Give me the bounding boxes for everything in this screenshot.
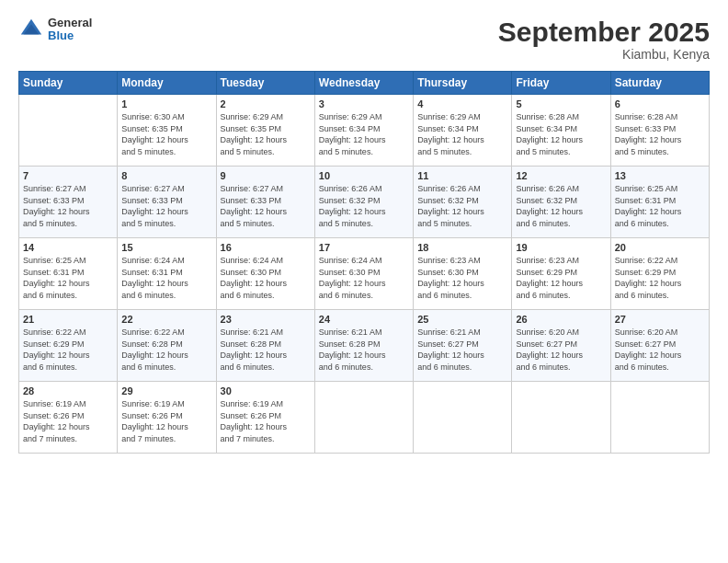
calendar-cell: 28Sunrise: 6:19 AM Sunset: 6:26 PM Dayli… <box>19 382 118 454</box>
day-info: Sunrise: 6:27 AM Sunset: 6:33 PM Dayligh… <box>121 183 211 229</box>
month-title: September 2025 <box>498 17 710 47</box>
day-number: 8 <box>121 170 211 181</box>
day-number: 11 <box>417 170 507 181</box>
week-row-5: 28Sunrise: 6:19 AM Sunset: 6:26 PM Dayli… <box>19 382 710 454</box>
calendar-cell: 12Sunrise: 6:26 AM Sunset: 6:32 PM Dayli… <box>512 167 610 238</box>
day-info: Sunrise: 6:23 AM Sunset: 6:30 PM Dayligh… <box>417 255 507 301</box>
day-info: Sunrise: 6:25 AM Sunset: 6:31 PM Dayligh… <box>23 255 113 301</box>
day-number: 3 <box>319 98 409 109</box>
calendar-cell: 5Sunrise: 6:28 AM Sunset: 6:34 PM Daylig… <box>512 95 610 167</box>
day-info: Sunrise: 6:24 AM Sunset: 6:30 PM Dayligh… <box>319 255 409 301</box>
day-info: Sunrise: 6:27 AM Sunset: 6:33 PM Dayligh… <box>221 183 311 229</box>
week-row-4: 21Sunrise: 6:22 AM Sunset: 6:29 PM Dayli… <box>19 310 710 382</box>
day-number: 12 <box>516 170 606 181</box>
day-number: 24 <box>319 314 409 325</box>
calendar-cell <box>19 95 118 167</box>
calendar-cell: 21Sunrise: 6:22 AM Sunset: 6:29 PM Dayli… <box>19 310 118 382</box>
day-info: Sunrise: 6:20 AM Sunset: 6:27 PM Dayligh… <box>615 327 705 373</box>
day-info: Sunrise: 6:26 AM Sunset: 6:32 PM Dayligh… <box>417 183 507 229</box>
day-info: Sunrise: 6:19 AM Sunset: 6:26 PM Dayligh… <box>23 398 113 444</box>
calendar-cell: 15Sunrise: 6:24 AM Sunset: 6:31 PM Dayli… <box>118 238 216 310</box>
header-row: SundayMondayTuesdayWednesdayThursdayFrid… <box>19 72 710 95</box>
day-number: 1 <box>121 98 211 109</box>
day-number: 26 <box>516 314 606 325</box>
day-number: 18 <box>417 242 507 253</box>
day-number: 30 <box>221 385 311 396</box>
calendar-cell: 27Sunrise: 6:20 AM Sunset: 6:27 PM Dayli… <box>610 310 709 382</box>
calendar-cell: 13Sunrise: 6:25 AM Sunset: 6:31 PM Dayli… <box>610 167 709 238</box>
day-number: 22 <box>121 314 211 325</box>
calendar-header: SundayMondayTuesdayWednesdayThursdayFrid… <box>19 72 710 95</box>
day-info: Sunrise: 6:26 AM Sunset: 6:32 PM Dayligh… <box>516 183 606 229</box>
day-info: Sunrise: 6:28 AM Sunset: 6:33 PM Dayligh… <box>615 111 705 157</box>
calendar-cell: 22Sunrise: 6:22 AM Sunset: 6:28 PM Dayli… <box>118 310 216 382</box>
calendar-cell <box>414 382 512 454</box>
day-info: Sunrise: 6:29 AM Sunset: 6:35 PM Dayligh… <box>221 111 311 157</box>
day-info: Sunrise: 6:30 AM Sunset: 6:35 PM Dayligh… <box>121 111 211 157</box>
day-info: Sunrise: 6:26 AM Sunset: 6:32 PM Dayligh… <box>319 183 409 229</box>
header-day-tuesday: Tuesday <box>216 72 314 95</box>
day-number: 21 <box>23 314 113 325</box>
day-info: Sunrise: 6:24 AM Sunset: 6:30 PM Dayligh… <box>221 255 311 301</box>
day-info: Sunrise: 6:19 AM Sunset: 6:26 PM Dayligh… <box>121 398 211 444</box>
day-info: Sunrise: 6:20 AM Sunset: 6:27 PM Dayligh… <box>516 327 606 373</box>
logo-general-text: General <box>48 17 92 29</box>
day-info: Sunrise: 6:24 AM Sunset: 6:31 PM Dayligh… <box>121 255 211 301</box>
header-day-monday: Monday <box>118 72 216 95</box>
day-info: Sunrise: 6:27 AM Sunset: 6:33 PM Dayligh… <box>23 183 113 229</box>
title-block: September 2025 Kiambu, Kenya <box>498 17 710 62</box>
calendar-cell: 16Sunrise: 6:24 AM Sunset: 6:30 PM Dayli… <box>216 238 314 310</box>
day-number: 4 <box>417 98 507 109</box>
day-number: 9 <box>221 170 311 181</box>
calendar-cell: 3Sunrise: 6:29 AM Sunset: 6:34 PM Daylig… <box>314 95 413 167</box>
calendar-cell: 9Sunrise: 6:27 AM Sunset: 6:33 PM Daylig… <box>216 167 314 238</box>
day-number: 29 <box>121 385 211 396</box>
day-info: Sunrise: 6:19 AM Sunset: 6:26 PM Dayligh… <box>221 398 311 444</box>
header-day-friday: Friday <box>512 72 610 95</box>
day-number: 6 <box>615 98 705 109</box>
day-number: 14 <box>23 242 113 253</box>
calendar-cell: 11Sunrise: 6:26 AM Sunset: 6:32 PM Dayli… <box>414 167 512 238</box>
day-info: Sunrise: 6:25 AM Sunset: 6:31 PM Dayligh… <box>615 183 705 229</box>
day-number: 16 <box>221 242 311 253</box>
day-number: 13 <box>615 170 705 181</box>
calendar-cell: 10Sunrise: 6:26 AM Sunset: 6:32 PM Dayli… <box>314 167 413 238</box>
day-info: Sunrise: 6:23 AM Sunset: 6:29 PM Dayligh… <box>516 255 606 301</box>
calendar-cell: 8Sunrise: 6:27 AM Sunset: 6:33 PM Daylig… <box>118 167 216 238</box>
calendar-cell: 18Sunrise: 6:23 AM Sunset: 6:30 PM Dayli… <box>414 238 512 310</box>
day-number: 23 <box>221 314 311 325</box>
day-number: 28 <box>23 385 113 396</box>
day-info: Sunrise: 6:21 AM Sunset: 6:28 PM Dayligh… <box>319 327 409 373</box>
week-row-2: 7Sunrise: 6:27 AM Sunset: 6:33 PM Daylig… <box>19 167 710 238</box>
calendar-cell: 29Sunrise: 6:19 AM Sunset: 6:26 PM Dayli… <box>118 382 216 454</box>
day-info: Sunrise: 6:28 AM Sunset: 6:34 PM Dayligh… <box>516 111 606 157</box>
calendar-cell: 17Sunrise: 6:24 AM Sunset: 6:30 PM Dayli… <box>314 238 413 310</box>
calendar-cell <box>314 382 413 454</box>
day-number: 25 <box>417 314 507 325</box>
day-info: Sunrise: 6:29 AM Sunset: 6:34 PM Dayligh… <box>319 111 409 157</box>
day-number: 19 <box>516 242 606 253</box>
calendar-cell: 6Sunrise: 6:28 AM Sunset: 6:33 PM Daylig… <box>610 95 709 167</box>
day-info: Sunrise: 6:22 AM Sunset: 6:29 PM Dayligh… <box>615 255 705 301</box>
page: General Blue September 2025 Kiambu, Keny… <box>0 0 728 563</box>
calendar-cell: 30Sunrise: 6:19 AM Sunset: 6:26 PM Dayli… <box>216 382 314 454</box>
logo-blue-text: Blue <box>48 29 92 42</box>
calendar-table: SundayMondayTuesdayWednesdayThursdayFrid… <box>18 71 710 454</box>
logo: General Blue <box>18 17 92 43</box>
calendar-cell <box>512 382 610 454</box>
day-number: 7 <box>23 170 113 181</box>
day-number: 20 <box>615 242 705 253</box>
logo-text: General Blue <box>48 17 92 43</box>
calendar-cell: 2Sunrise: 6:29 AM Sunset: 6:35 PM Daylig… <box>216 95 314 167</box>
calendar-cell: 4Sunrise: 6:29 AM Sunset: 6:34 PM Daylig… <box>414 95 512 167</box>
day-info: Sunrise: 6:22 AM Sunset: 6:29 PM Dayligh… <box>23 327 113 373</box>
calendar-cell: 14Sunrise: 6:25 AM Sunset: 6:31 PM Dayli… <box>19 238 118 310</box>
calendar-cell: 1Sunrise: 6:30 AM Sunset: 6:35 PM Daylig… <box>118 95 216 167</box>
calendar-cell <box>610 382 709 454</box>
day-info: Sunrise: 6:22 AM Sunset: 6:28 PM Dayligh… <box>121 327 211 373</box>
calendar-cell: 26Sunrise: 6:20 AM Sunset: 6:27 PM Dayli… <box>512 310 610 382</box>
day-number: 2 <box>221 98 311 109</box>
day-info: Sunrise: 6:21 AM Sunset: 6:28 PM Dayligh… <box>221 327 311 373</box>
calendar-cell: 19Sunrise: 6:23 AM Sunset: 6:29 PM Dayli… <box>512 238 610 310</box>
calendar-cell: 20Sunrise: 6:22 AM Sunset: 6:29 PM Dayli… <box>610 238 709 310</box>
